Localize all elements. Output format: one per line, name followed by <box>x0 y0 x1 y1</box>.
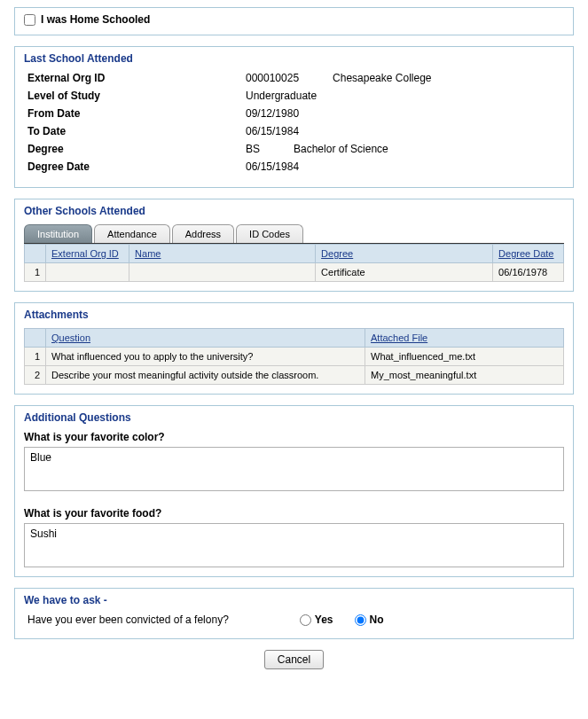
col-name[interactable]: Name <box>129 245 316 263</box>
external-org-id-label: External Org ID <box>24 72 246 84</box>
col-attached-file[interactable]: Attached File <box>365 329 564 348</box>
other-schools-tabs: Institution Attendance Address ID Codes <box>24 224 564 244</box>
cell-name <box>129 263 316 282</box>
degree-short: BS <box>246 143 260 155</box>
degree-date-label: Degree Date <box>24 160 246 173</box>
level-of-study-value: Undergraduate <box>246 90 317 102</box>
col-question[interactable]: Question <box>46 329 365 348</box>
degree-label: Degree <box>24 143 246 155</box>
other-schools-title: Other Schools Attended <box>24 205 564 217</box>
cancel-button[interactable]: Cancel <box>264 650 324 669</box>
tab-attendance[interactable]: Attendance <box>94 224 170 243</box>
felony-yes-option[interactable]: Yes <box>300 613 333 626</box>
degree-date-value: 06/15/1984 <box>246 160 299 173</box>
cell-file: What_influenced_me.txt <box>365 348 564 366</box>
home-schooled-panel: I was Home Schooled <box>14 7 574 35</box>
other-schools-panel: Other Schools Attended Institution Atten… <box>14 199 574 292</box>
additional-questions-title: Additional Questions <box>24 411 564 424</box>
tab-institution[interactable]: Institution <box>24 224 92 243</box>
home-schooled-checkbox[interactable] <box>24 14 35 26</box>
col-external-org-id[interactable]: External Org ID <box>46 245 129 263</box>
tab-id-codes[interactable]: ID Codes <box>236 224 303 243</box>
external-org-id-value: 000010025 <box>246 72 299 84</box>
attachments-title: Attachments <box>24 309 564 321</box>
additional-questions-panel: Additional Questions What is your favori… <box>14 405 574 577</box>
last-school-panel: Last School Attended External Org ID 000… <box>14 46 574 188</box>
cell-rownum: 2 <box>25 366 46 385</box>
felony-question: Have you ever been convicted of a felony… <box>27 613 229 626</box>
cell-external-org-id <box>46 263 129 282</box>
to-date-label: To Date <box>24 125 246 137</box>
felony-no-label: No <box>370 613 384 626</box>
col-degree-date[interactable]: Degree Date <box>493 245 564 263</box>
attachments-table: Question Attached File 1 What influenced… <box>24 328 564 385</box>
col-degree[interactable]: Degree <box>316 245 493 263</box>
q1-label: What is your favorite color? <box>24 431 564 443</box>
felony-title: We have to ask - <box>24 594 564 606</box>
q2-label: What is your favorite food? <box>24 507 564 520</box>
cell-question: What influenced you to apply to the univ… <box>46 348 365 366</box>
from-date-value: 09/12/1980 <box>246 107 299 120</box>
q2-answer[interactable]: Sushi <box>24 523 564 567</box>
col-rownum <box>25 245 46 263</box>
home-schooled-label: I was Home Schooled <box>41 13 150 26</box>
cell-question: Describe your most meaningful activity o… <box>46 366 365 385</box>
from-date-label: From Date <box>24 107 246 120</box>
felony-yes-radio[interactable] <box>300 614 311 626</box>
table-row: 1 What influenced you to apply to the un… <box>25 348 564 366</box>
table-row: 2 Describe your most meaningful activity… <box>25 366 564 385</box>
tab-address[interactable]: Address <box>172 224 234 243</box>
felony-panel: We have to ask - Have you ever been conv… <box>14 588 574 639</box>
felony-no-option[interactable]: No <box>355 613 384 626</box>
felony-yes-label: Yes <box>315 613 333 626</box>
col-rownum <box>25 329 46 348</box>
cell-file: My_most_meaningful.txt <box>365 366 564 385</box>
cell-degree-date: 06/16/1978 <box>493 263 564 282</box>
last-school-title: Last School Attended <box>24 52 564 65</box>
cell-degree: Certificate <box>316 263 493 282</box>
table-row: 1 Certificate 06/16/1978 <box>25 263 564 282</box>
to-date-value: 06/15/1984 <box>246 125 299 137</box>
attachments-panel: Attachments Question Attached File 1 Wha… <box>14 302 574 395</box>
q1-answer[interactable]: Blue <box>24 447 564 491</box>
cell-rownum: 1 <box>25 348 46 366</box>
cell-rownum: 1 <box>25 263 46 282</box>
external-org-name: Chesapeake College <box>333 72 431 84</box>
degree-long: Bachelor of Science <box>294 143 388 155</box>
level-of-study-label: Level of Study <box>24 90 246 102</box>
felony-no-radio[interactable] <box>355 614 366 626</box>
other-schools-table: External Org ID Name Degree Degree Date … <box>24 244 564 282</box>
